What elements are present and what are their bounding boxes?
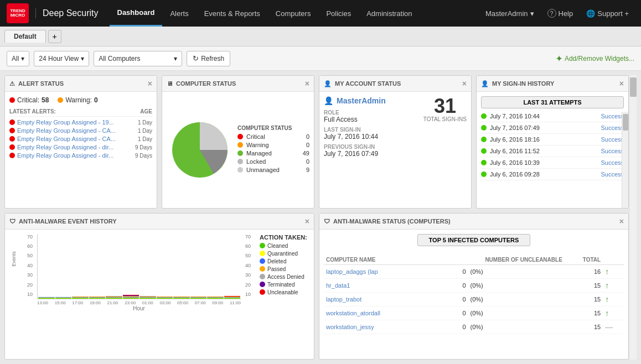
master-admin-menu[interactable]: MasterAdmin ▾ (480, 0, 540, 27)
account-status-close[interactable]: × (462, 79, 467, 88)
navbar-right: MasterAdmin ▾ ? Help 🌐 Support + (480, 0, 634, 27)
alert-age: 1 Day (138, 136, 152, 142)
computers-caret-icon: ▾ (174, 55, 177, 63)
computer-name-cell: laptop_trabot (324, 292, 425, 306)
pct-cell: (0%) (468, 278, 565, 292)
bar-segment (38, 298, 55, 299)
bar-group (89, 297, 106, 299)
pct-cell: (0%) (468, 320, 565, 334)
alert-link[interactable]: Empty Relay Group Assigned - dir... (17, 144, 133, 150)
legend-item: Locked 0 (237, 158, 309, 165)
bar-segment (139, 298, 156, 299)
ams-close[interactable]: × (619, 217, 624, 226)
computer-status-close[interactable]: × (305, 79, 309, 88)
scrollbar-thumb[interactable] (623, 114, 628, 131)
add-widgets-button[interactable]: ✦ Add/Remove Widgets... (556, 54, 634, 63)
action-dot (260, 289, 265, 295)
main-scrollbar-thumb[interactable] (630, 77, 637, 97)
action-label: Quarantined (267, 251, 298, 257)
legend-dot (237, 142, 243, 148)
computer-link[interactable]: laptop_trabot (326, 296, 361, 303)
uncleanable-cell: 0 (425, 264, 468, 278)
legend-dot (237, 167, 243, 173)
ameh-header: 🛡 ANTI-MALWARE EVENT HISTORY × (5, 214, 314, 230)
bar-group (72, 297, 89, 299)
signin-status[interactable]: Success (601, 124, 624, 131)
action-item: Quarantined (260, 251, 309, 257)
refresh-button[interactable]: ↻ Refresh (187, 51, 230, 66)
total-cell: 15 (565, 292, 603, 306)
signin-status[interactable]: Success (601, 113, 624, 119)
x-label: 13:00 (37, 300, 48, 305)
top5-button[interactable]: TOP 5 INFECTED COMPUTERS (417, 234, 531, 246)
scrollbar-track[interactable] (622, 112, 628, 208)
brand: TREND MICRO Deep Security (7, 3, 99, 23)
signin-history-body: LAST 31 ATTEMPTS July 7, 2016 10:44 Succ… (477, 92, 628, 208)
legend-value: 9 (306, 167, 309, 173)
action-dot (260, 251, 265, 256)
support-button[interactable]: 🌐 Support + (581, 0, 634, 27)
action-label: Access Denied (267, 274, 304, 280)
tab-default[interactable]: Default (4, 30, 46, 43)
bar-group (139, 296, 156, 299)
tabs-bar: Default + (0, 27, 641, 46)
filter-all-select[interactable]: All ▾ (7, 51, 29, 66)
action-item: Terminated (260, 282, 309, 288)
nav-policies[interactable]: Policies (318, 0, 359, 27)
legend-item: Warning 0 (237, 142, 309, 148)
signin-status[interactable]: Success (601, 171, 624, 178)
alert-link[interactable]: Empty Relay Group Assigned - dir... (17, 152, 133, 159)
x-label: 15:00 (55, 300, 66, 305)
nav-events-reports[interactable]: Events & Reports (197, 0, 268, 27)
bar-stack (38, 297, 55, 299)
action-item: Passed (260, 266, 309, 272)
computer-link[interactable]: hr_data1 (326, 282, 350, 289)
view-select[interactable]: 24 Hour View ▾ (34, 51, 89, 66)
ams-header: 🛡 ANTI-MALWARE STATUS (COMPUTERS) × (319, 214, 628, 230)
main-nav: Dashboard Alerts Events & Reports Comput… (110, 0, 480, 27)
legend-label: Managed (246, 150, 272, 157)
legend-label: Critical (246, 133, 265, 140)
legend-item: Managed 49 (237, 150, 309, 157)
col-computer-name: COMPUTER NAME (324, 255, 425, 265)
computer-link[interactable]: laptop_adaggs (lap (326, 268, 378, 275)
nav-dashboard[interactable]: Dashboard (110, 0, 163, 27)
signin-status[interactable]: Success (601, 136, 624, 143)
nav-computers[interactable]: Computers (268, 0, 319, 27)
signin-dot (481, 148, 487, 154)
bar-stack (190, 297, 207, 299)
x-label: 09:00 (212, 300, 223, 305)
total-cell: 15 (565, 320, 603, 334)
last-attempts-button[interactable]: LAST 31 ATTEMPTS (481, 96, 624, 108)
alert-link[interactable]: Empty Relay Group Assigned - CA... (17, 127, 136, 134)
signin-history-close[interactable]: × (619, 79, 624, 88)
computer-name-cell: laptop_adaggs (lap (324, 264, 425, 278)
alert-list-item: Empty Relay Group Assigned - CA... 1 Day (9, 136, 152, 142)
signin-status[interactable]: Success (601, 148, 624, 154)
help-button[interactable]: ? Help (542, 0, 579, 27)
computer-link[interactable]: workstation_atordall (326, 310, 380, 316)
action-dot (260, 243, 265, 248)
computers-select[interactable]: All Computers ▾ (94, 51, 182, 66)
ameh-close[interactable]: × (305, 217, 309, 226)
computer-link[interactable]: workstation_jessy (326, 324, 374, 330)
nav-administration[interactable]: Administration (359, 0, 420, 27)
add-tab-button[interactable]: + (48, 30, 61, 43)
bar-stack (72, 297, 89, 299)
nav-alerts[interactable]: Alerts (162, 0, 196, 27)
action-label: Deleted (267, 258, 286, 264)
alert-status-header: ⚠ ALERT STATUS × (5, 76, 157, 92)
signin-dot (481, 113, 487, 119)
main-scrollbar[interactable] (629, 75, 637, 360)
alert-link[interactable]: Empty Relay Group Assigned - 19... (17, 119, 136, 126)
signin-status[interactable]: Success (601, 159, 624, 166)
alert-dot (9, 119, 15, 125)
signin-item: July 6, 2016 09:28 Success (481, 171, 624, 180)
signin-date: July 7, 2016 07:49 (490, 124, 597, 131)
legend-dot (237, 134, 243, 139)
alert-status-close[interactable]: × (148, 79, 152, 88)
alert-link[interactable]: Empty Relay Group Assigned - CA... (17, 136, 136, 142)
ameh-widget: 🛡 ANTI-MALWARE EVENT HISTORY × Events 70… (4, 213, 314, 360)
ams-row: hr_data1 0 (0%) 15 ↑ (324, 278, 624, 292)
user-icon: 👤 (324, 80, 332, 87)
